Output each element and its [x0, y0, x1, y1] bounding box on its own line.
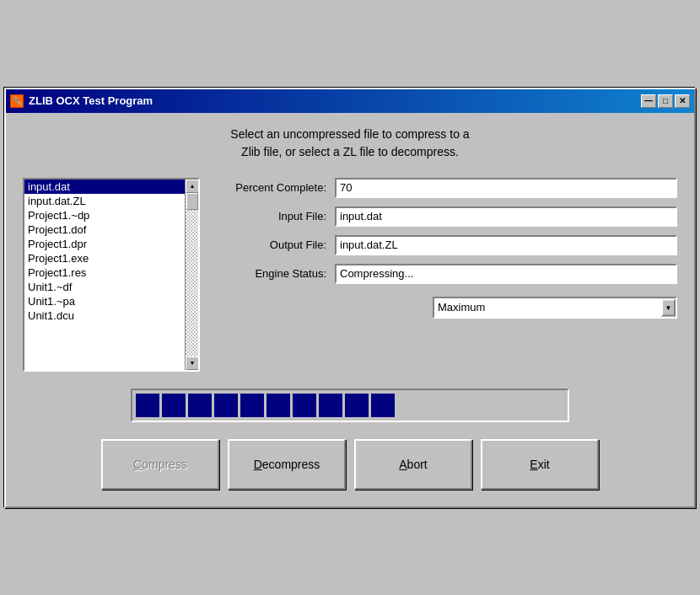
- window-content: Select an uncompressed file to compress …: [6, 113, 694, 507]
- list-item[interactable]: Project1.dof: [24, 222, 185, 237]
- percent-complete-label: Percent Complete:: [217, 181, 326, 194]
- list-item[interactable]: Unit1.dcu: [24, 308, 185, 323]
- file-list-container: input.datinput.dat.ZLProject1.~dpProject…: [23, 178, 200, 372]
- percent-complete-row: Percent Complete:: [217, 178, 677, 198]
- list-scroll-area: input.datinput.dat.ZLProject1.~dpProject…: [23, 178, 200, 372]
- progress-segment: [162, 394, 186, 417]
- output-file-input[interactable]: [335, 235, 677, 255]
- progress-segment: [528, 394, 552, 417]
- input-file-label: Input File:: [217, 210, 326, 222]
- progress-segment: [136, 394, 159, 417]
- abort-button[interactable]: Abort: [354, 439, 472, 490]
- compression-dropdown[interactable]: MaximumDefaultNo CompressionBest SpeedBe…: [433, 297, 677, 319]
- list-item[interactable]: input.dat: [24, 180, 185, 194]
- engine-status-row: Engine Status:: [217, 264, 677, 284]
- maximize-button[interactable]: □: [658, 94, 673, 108]
- dropdown-container: MaximumDefaultNo CompressionBest SpeedBe…: [433, 297, 677, 319]
- progress-section: [23, 389, 677, 422]
- progress-segment: [188, 394, 212, 417]
- dropdown-wrapper: MaximumDefaultNo CompressionBest SpeedBe…: [433, 297, 677, 319]
- progress-segment: [423, 394, 447, 417]
- engine-status-label: Engine Status:: [217, 267, 326, 280]
- main-area: input.datinput.dat.ZLProject1.~dpProject…: [23, 178, 677, 372]
- scrollbar-thumb[interactable]: [186, 193, 198, 210]
- list-item[interactable]: input.dat.ZL: [24, 194, 185, 208]
- input-file-input[interactable]: [335, 206, 677, 227]
- progress-segment: [214, 394, 238, 417]
- instruction-line2: Zlib file, or select a ZL file to decomp…: [23, 143, 677, 161]
- scrollbar: ▲ ▼: [185, 180, 198, 370]
- title-bar-left: 🔧 ZLIB OCX Test Program: [10, 94, 153, 108]
- progress-segment: [397, 394, 421, 417]
- window-title: ZLIB OCX Test Program: [29, 94, 153, 107]
- progress-segment: [319, 394, 342, 417]
- list-item[interactable]: Project1.exe: [24, 251, 185, 265]
- instruction-line1: Select an uncompressed file to compress …: [23, 126, 677, 143]
- exit-button[interactable]: Exit: [481, 439, 599, 490]
- file-list: input.datinput.dat.ZLProject1.~dpProject…: [24, 180, 185, 323]
- compress-button[interactable]: Compress: [101, 439, 219, 490]
- progress-segment: [476, 394, 499, 417]
- progress-segment: [293, 394, 316, 417]
- engine-status-input[interactable]: [335, 264, 677, 284]
- decompress-button[interactable]: Decompress: [228, 439, 346, 490]
- list-item[interactable]: Project1.res: [24, 265, 185, 280]
- dropdown-row: MaximumDefaultNo CompressionBest SpeedBe…: [217, 297, 677, 319]
- compress-button-label: Compress: [133, 458, 187, 471]
- progress-segment: [502, 394, 525, 417]
- list-item[interactable]: Unit1.~df: [24, 280, 185, 294]
- percent-complete-input[interactable]: [335, 178, 677, 198]
- progress-segment: [345, 394, 369, 417]
- exit-button-label: Exit: [530, 458, 549, 471]
- title-controls: — □ ✕: [641, 94, 690, 108]
- progress-bar-container: [131, 389, 569, 422]
- progress-segment: [450, 394, 473, 417]
- abort-button-label: Abort: [399, 458, 427, 471]
- progress-segments: [136, 394, 578, 417]
- input-file-row: Input File:: [217, 206, 677, 227]
- close-button[interactable]: ✕: [675, 94, 690, 108]
- minimize-button[interactable]: —: [641, 94, 656, 108]
- output-file-row: Output File:: [217, 235, 677, 255]
- decompress-button-label: Decompress: [254, 458, 320, 471]
- buttons-row: Compress Decompress Abort Exit: [23, 439, 677, 490]
- list-item[interactable]: Unit1.~pa: [24, 294, 185, 308]
- list-item[interactable]: Project1.~dp: [24, 208, 185, 222]
- progress-segment: [554, 394, 578, 417]
- scrollbar-track: [186, 193, 198, 356]
- output-file-label: Output File:: [217, 239, 326, 251]
- scroll-up-button[interactable]: ▲: [186, 180, 199, 193]
- file-list-inner: input.datinput.dat.ZLProject1.~dpProject…: [24, 180, 185, 370]
- progress-segment: [240, 394, 264, 417]
- fields-area: Percent Complete: Input File: Output Fil…: [217, 178, 677, 372]
- progress-segment: [267, 394, 290, 417]
- list-item[interactable]: Project1.dpr: [24, 237, 185, 251]
- main-window: 🔧 ZLIB OCX Test Program — □ ✕ Select an …: [4, 88, 696, 508]
- progress-segment: [371, 394, 395, 417]
- scroll-down-button[interactable]: ▼: [186, 356, 199, 370]
- app-icon: 🔧: [10, 94, 24, 108]
- title-bar: 🔧 ZLIB OCX Test Program — □ ✕: [6, 89, 694, 113]
- instruction-text: Select an uncompressed file to compress …: [23, 126, 677, 161]
